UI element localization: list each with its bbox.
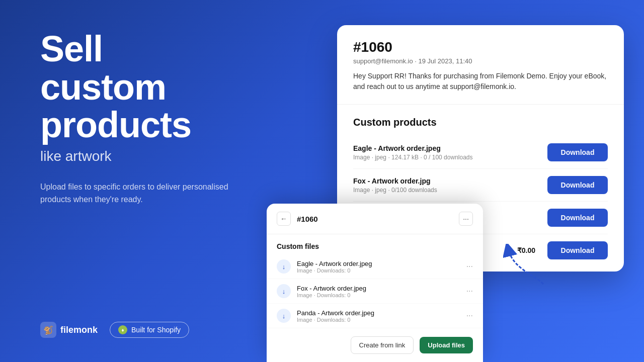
footer-logos: 🐒 filemonk ♦ Built for Shopify	[40, 322, 189, 338]
section-title: Custom products	[353, 117, 608, 128]
file-name: Panda - Artwork order.jpeg	[297, 309, 374, 317]
custom-files-title: Custom files	[267, 234, 483, 254]
create-from-link-button[interactable]: Create from link	[351, 336, 414, 354]
file-row-left: ↓ Panda - Artwork order.jpeg Image · Dow…	[277, 309, 374, 323]
file-meta: Image · Downloads: 0	[297, 267, 372, 274]
overlay-footer: Create from link Upload files	[267, 328, 483, 362]
product-name: Fox - Artwork order.jpg	[353, 177, 437, 185]
product-info: Fox - Artwork order.jpg Image · jpeg · 0…	[353, 177, 437, 194]
left-panel: Sell custom products like artwork Upload…	[40, 30, 302, 206]
product-meta: Image · jpeg · 0/100 downloads	[353, 187, 437, 194]
overlay-order-number: #1060	[297, 215, 318, 223]
order-meta: support@filemonk.io · 19 Jul 2023, 11:40	[353, 57, 608, 65]
filemonk-icon: 🐒	[40, 322, 56, 338]
product-info: Eagle - Artwork order.jpeg Image · jpeg …	[353, 144, 473, 161]
file-meta: Image · Downloads: 0	[297, 292, 366, 298]
file-more-button[interactable]: ···	[466, 262, 473, 271]
download-icon: ↓	[277, 259, 291, 274]
product-name: Eagle - Artwork order.jpeg	[353, 144, 473, 152]
order-header: #1060 support@filemonk.io · 19 Jul 2023,…	[337, 25, 624, 105]
file-row: ↓ Panda - Artwork order.jpeg Image · Dow…	[267, 304, 483, 328]
upload-files-button[interactable]: Upload files	[420, 337, 473, 353]
file-row: ↓ Fox - Artwork order.jpeg Image · Downl…	[267, 279, 483, 304]
download-icon: ↓	[277, 284, 291, 298]
order-number: #1060	[353, 39, 608, 55]
filemonk-logo: 🐒 filemonk	[40, 322, 98, 338]
overlay-header-left: ← #1060	[277, 212, 318, 226]
file-info: Eagle - Artwork order.jpeg Image · Downl…	[297, 260, 372, 274]
overlay-card: ← #1060 ··· Custom files ↓ Eagle - Artwo…	[267, 204, 483, 362]
file-name: Eagle - Artwork order.jpeg	[297, 260, 372, 267]
file-meta: Image · Downloads: 0	[297, 317, 374, 323]
shopify-badge: ♦ Built for Shopify	[110, 322, 189, 338]
file-row-left: ↓ Eagle - Artwork order.jpeg Image · Dow…	[277, 259, 372, 274]
order-message: Hey Support RR! Thanks for purchasing fr…	[353, 71, 608, 92]
download-icon: ↓	[277, 309, 291, 323]
file-row: ↓ Eagle - Artwork order.jpeg Image · Dow…	[267, 254, 483, 279]
file-info: Fox - Artwork order.jpeg Image · Downloa…	[297, 285, 366, 298]
product-row: Fox - Artwork order.jpg Image · jpeg · 0…	[353, 169, 608, 202]
download-button-2[interactable]: Download	[547, 176, 608, 194]
product-meta: Image · jpeg · 124.17 kB · 0 / 100 downl…	[353, 154, 473, 161]
hero-title: Sell custom products	[40, 30, 302, 144]
hero-description: Upload files to specific orders to deliv…	[40, 180, 231, 206]
file-info: Panda - Artwork order.jpeg Image · Downl…	[297, 309, 374, 323]
download-button-ebook[interactable]: Download	[547, 241, 608, 259]
back-button[interactable]: ←	[277, 212, 291, 226]
product-row: Eagle - Artwork order.jpeg Image · jpeg …	[353, 136, 608, 169]
hero-subtitle: like artwork	[40, 148, 302, 164]
file-more-button[interactable]: ···	[466, 311, 473, 320]
file-name: Fox - Artwork order.jpeg	[297, 285, 366, 292]
download-button-1[interactable]: Download	[547, 143, 608, 161]
file-row-left: ↓ Fox - Artwork order.jpeg Image · Downl…	[277, 284, 366, 298]
download-button-3[interactable]: Download	[547, 209, 608, 227]
arrow-decoration	[503, 244, 548, 289]
shopify-icon: ♦	[118, 325, 127, 334]
overlay-header: ← #1060 ···	[267, 204, 483, 234]
file-more-button[interactable]: ···	[466, 287, 473, 296]
more-options-button[interactable]: ···	[459, 212, 473, 226]
